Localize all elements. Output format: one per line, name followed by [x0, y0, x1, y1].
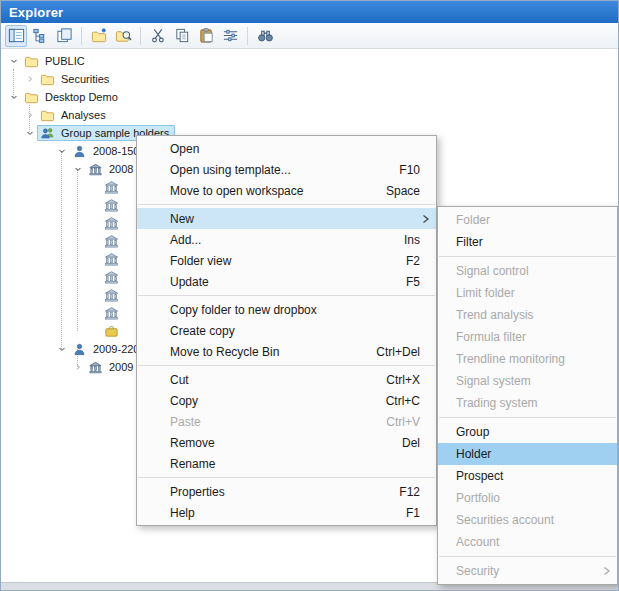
explorer-view-button[interactable]	[5, 25, 27, 47]
account-icon	[87, 161, 104, 177]
context-menu-item-cut[interactable]: CutCtrl+X	[137, 369, 436, 390]
menu-shortcut: F12	[399, 485, 420, 499]
context-menu-item-properties[interactable]: PropertiesF12	[137, 481, 436, 502]
folder-icon	[39, 107, 56, 123]
bank-icon	[103, 215, 120, 231]
chevron-right-icon[interactable]	[23, 108, 37, 122]
context-menu-item-open[interactable]: Open	[137, 138, 436, 159]
context-menu-item-new[interactable]: New	[137, 208, 436, 229]
bank-icon	[103, 305, 120, 321]
chevron-down-icon[interactable]	[7, 90, 21, 104]
menu-separator	[439, 556, 616, 557]
context-menu-item-move-to-recycle-bin[interactable]: Move to Recycle BinCtrl+Del	[137, 341, 436, 362]
holder-icon	[71, 341, 88, 357]
submenu-item-trend-analysis[interactable]: Trend analysis	[438, 304, 617, 326]
menu-shortcut: F2	[406, 254, 420, 268]
tree-pane-icon	[8, 27, 25, 44]
toolbar-separator	[247, 27, 248, 45]
submenu-item-signal-system[interactable]: Signal system	[438, 370, 617, 392]
menu-shortcut: Del	[402, 436, 420, 450]
submenu-item-group[interactable]: Group	[438, 421, 617, 443]
context-menu: OpenOpen using template...F10Move to ope…	[136, 135, 437, 526]
submenu-arrow-icon	[422, 214, 430, 224]
toolbar-separator	[140, 27, 141, 45]
folder-icon	[23, 53, 40, 69]
submenu-item-holder[interactable]: Holder	[438, 443, 617, 465]
folder-search-button[interactable]	[112, 25, 134, 47]
submenu-item-folder[interactable]: Folder	[438, 209, 617, 231]
submenu-arrow-icon	[603, 566, 611, 576]
chevron-right-icon[interactable]	[71, 360, 85, 374]
bank-icon	[103, 197, 120, 213]
folder-icon	[39, 71, 56, 87]
submenu-item-account[interactable]: Account	[438, 531, 617, 553]
chevron-down-icon[interactable]	[55, 342, 69, 356]
submenu-item-filter[interactable]: Filter	[438, 231, 617, 253]
tree-item-label: PUBLIC	[43, 55, 87, 67]
menu-separator	[439, 417, 616, 418]
tree-item-analyses[interactable]: Analyses	[1, 106, 618, 124]
find-button[interactable]	[254, 25, 276, 47]
folder-search-icon	[115, 27, 132, 44]
tree-item-securities[interactable]: Securities	[1, 70, 618, 88]
folder-icon	[23, 89, 40, 105]
context-menu-item-rename[interactable]: Rename	[137, 453, 436, 474]
cut-button[interactable]	[147, 25, 169, 47]
copy-icon	[174, 27, 191, 44]
menu-separator	[138, 477, 435, 478]
context-menu-item-open-using-template[interactable]: Open using template...F10	[137, 159, 436, 180]
menu-shortcut: Ins	[404, 233, 420, 247]
chevron-down-icon[interactable]	[55, 144, 69, 158]
new-folder-icon	[91, 27, 108, 44]
tree-item-public[interactable]: PUBLIC	[1, 52, 618, 70]
context-menu-item-copy-folder-to-new-dropbox[interactable]: Copy folder to new dropbox	[137, 299, 436, 320]
submenu-item-prospect[interactable]: Prospect	[438, 465, 617, 487]
menu-separator	[138, 204, 435, 205]
tree-item-label: Desktop Demo	[43, 91, 120, 103]
menu-shortcut: Ctrl+Del	[376, 345, 420, 359]
chevron-down-icon[interactable]	[23, 126, 37, 140]
folder-tree-view-button[interactable]	[29, 25, 51, 47]
menu-separator	[138, 295, 435, 296]
context-menu-item-add[interactable]: Add...Ins	[137, 229, 436, 250]
portfolio-icon	[103, 323, 120, 339]
context-menu-item-create-copy[interactable]: Create copy	[137, 320, 436, 341]
submenu-item-limit-folder[interactable]: Limit folder	[438, 282, 617, 304]
submenu-item-signal-control[interactable]: Signal control	[438, 260, 617, 282]
explorer-window: Explorer PUBLICSecuritiesDesktop DemoAna…	[0, 0, 619, 591]
context-menu-item-move-to-open-workspace[interactable]: Move to open workspaceSpace	[137, 180, 436, 201]
new-folder-button[interactable]	[88, 25, 110, 47]
menu-shortcut: F5	[406, 275, 420, 289]
tree-list-icon	[32, 27, 49, 44]
view-settings-button[interactable]	[219, 25, 241, 47]
window-titlebar[interactable]: Explorer	[1, 1, 618, 23]
tree-item-label: Securities	[59, 73, 111, 85]
toolbar-separator	[81, 27, 82, 45]
context-menu-item-paste[interactable]: PasteCtrl+V	[137, 411, 436, 432]
submenu-item-trading-system[interactable]: Trading system	[438, 392, 617, 414]
context-menu-item-copy[interactable]: CopyCtrl+C	[137, 390, 436, 411]
submenu-item-security[interactable]: Security	[438, 560, 617, 582]
tree-item-label: Analyses	[59, 109, 108, 121]
window-title: Explorer	[9, 5, 63, 20]
chevron-down-icon[interactable]	[71, 162, 85, 176]
submenu-item-formula-filter[interactable]: Formula filter	[438, 326, 617, 348]
context-menu-item-update[interactable]: UpdateF5	[137, 271, 436, 292]
context-menu-item-folder-view[interactable]: Folder viewF2	[137, 250, 436, 271]
copy-button[interactable]	[171, 25, 193, 47]
tree-item-label: 2008	[107, 163, 135, 175]
chevron-spacer	[87, 216, 101, 230]
context-menu-item-remove[interactable]: RemoveDel	[137, 432, 436, 453]
submenu-item-trendline-monitoring[interactable]: Trendline monitoring	[438, 348, 617, 370]
menu-separator	[439, 256, 616, 257]
context-menu-item-help[interactable]: HelpF1	[137, 502, 436, 523]
chevron-down-icon[interactable]	[7, 54, 21, 68]
paste-button[interactable]	[195, 25, 217, 47]
pane-layout-button[interactable]	[53, 25, 75, 47]
submenu-item-portfolio[interactable]: Portfolio	[438, 487, 617, 509]
group-icon	[39, 125, 56, 141]
chevron-right-icon[interactable]	[23, 72, 37, 86]
submenu-item-securities-account[interactable]: Securities account	[438, 509, 617, 531]
bank-icon	[103, 269, 120, 285]
tree-item-desktop-demo[interactable]: Desktop Demo	[1, 88, 618, 106]
